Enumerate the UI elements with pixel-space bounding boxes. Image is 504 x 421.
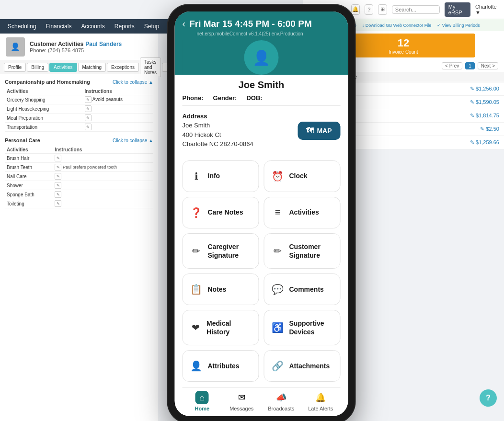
- edit-icon[interactable]: ✎: [85, 105, 92, 112]
- prev-button[interactable]: < Prev: [442, 62, 462, 69]
- menu-card-care-notes[interactable]: ❓ Care Notes: [183, 197, 259, 228]
- tab-profile[interactable]: Profile: [4, 63, 26, 72]
- collapse-companionship[interactable]: Click to collapse ▲: [113, 80, 153, 85]
- balance-amount[interactable]: ✎ $1,259.66: [470, 139, 499, 146]
- edit-icon[interactable]: ✎: [55, 173, 61, 180]
- messages-icon: ✉: [235, 391, 248, 404]
- menu-card-activities[interactable]: ≡ Activities: [264, 197, 341, 228]
- edit-icon[interactable]: ✎: [85, 114, 92, 121]
- map-button[interactable]: 🗺 MAP: [298, 122, 340, 140]
- address-city-state-zip: Charlotte NC 28270-0864: [183, 139, 253, 149]
- tab-activities[interactable]: Activities: [49, 63, 77, 72]
- table-row: Light Housekeeping ✎: [5, 104, 153, 114]
- menu-label-customer-signature: Customer Signature: [289, 242, 321, 260]
- link-download[interactable]: ↓ Download GB Web Connector File: [362, 23, 431, 28]
- nav-messages[interactable]: ✉ Messages: [222, 391, 262, 411]
- edit-icon[interactable]: ✎: [55, 155, 61, 161]
- menu-label-comments: Comments: [289, 285, 324, 294]
- bottom-nav: ⌂ Home ✉ Messages 📣 Broadcasts 🔔 Late Al…: [183, 387, 341, 416]
- menu-card-caregiver-signature[interactable]: ✏ Caregiver Signature: [183, 233, 259, 269]
- menu-label-attachments: Attachments: [289, 362, 330, 370]
- activities-icon: ≡: [271, 206, 285, 219]
- customer-name-link[interactable]: Paul Sanders: [85, 41, 122, 47]
- tab-matching[interactable]: Matching: [78, 63, 106, 72]
- edit-icon[interactable]: ✎: [55, 191, 61, 198]
- grid-icon[interactable]: ⊞: [378, 4, 387, 15]
- balance-amount[interactable]: ✎ $1,256.00: [470, 86, 499, 92]
- clock-icon: ⏰: [271, 170, 285, 183]
- menu-label-attributes: Attributes: [208, 362, 240, 370]
- table-row: Nail Care ✎: [5, 172, 153, 181]
- next-button[interactable]: Next >: [478, 62, 498, 69]
- activity-grocery: Grocery Shopping: [5, 95, 83, 104]
- edit-icon[interactable]: ✎: [55, 164, 61, 171]
- menu-card-info[interactable]: ℹ Info: [183, 160, 259, 192]
- avatar-wave: 👤: [183, 40, 341, 75]
- tabs-bar: Profile Billing Activities Matching Exce…: [0, 60, 158, 74]
- nav-late-alerts-label: Late Alerts: [308, 406, 333, 411]
- menu-card-medical-history[interactable]: ❤ Medical History: [183, 310, 259, 345]
- menu-card-attributes[interactable]: 👤 Attributes: [183, 350, 259, 382]
- menu-label-caregiver-signature: Caregiver Signature: [208, 242, 239, 260]
- section-companionship-title: Companionship and Homemaking: [5, 79, 90, 85]
- col-instructions-2: Instructions: [53, 146, 153, 154]
- menu-label-info: Info: [208, 171, 220, 180]
- activities-content: Companionship and Homemaking Click to co…: [0, 74, 158, 421]
- header-datetime: Fri Mar 15 4:45 PM - 6:00 PM: [189, 19, 340, 29]
- menu-label-notes: Notes: [208, 285, 227, 294]
- table-row: Toileting ✎: [5, 199, 153, 208]
- help-button[interactable]: ?: [480, 389, 497, 407]
- nav-home[interactable]: ⌂ Home: [183, 391, 222, 411]
- balance-amount[interactable]: ✎ $1,814.75: [470, 113, 499, 119]
- link-billing-periods[interactable]: ✓ View Billing Periods: [437, 23, 480, 28]
- edit-icon[interactable]: ✎: [55, 182, 61, 189]
- search-input[interactable]: [392, 5, 440, 14]
- nav-reports[interactable]: Reports: [115, 23, 135, 30]
- menu-card-clock[interactable]: ⏰ Clock: [264, 160, 341, 192]
- medical-history-icon: ❤: [190, 321, 202, 334]
- address-section: Address Joe Smith 400 Hickok Ct Charlott…: [183, 105, 341, 156]
- nav-late-alerts[interactable]: 🔔 Late Alerts: [301, 391, 341, 411]
- my-ersp-button[interactable]: My eRSP: [445, 2, 470, 17]
- page-1-button[interactable]: 1: [465, 62, 475, 69]
- tab-billing[interactable]: Billing: [27, 63, 48, 72]
- nav-scheduling[interactable]: Scheduling: [8, 23, 36, 30]
- info-icon: ℹ: [190, 170, 203, 183]
- nav-financials[interactable]: Financials: [46, 23, 71, 30]
- table-row: Grocery Shopping ✎ Avoid peanuts: [5, 95, 153, 104]
- caregiver-signature-icon: ✏: [190, 244, 203, 258]
- activity-transportation: Transportation: [5, 123, 83, 132]
- location-selector[interactable]: Charlotte ▼: [475, 4, 498, 15]
- phone-outer: ‹ Fri Mar 15 4:45 PM - 6:00 PM net.ersp.…: [168, 5, 355, 421]
- menu-card-attachments[interactable]: 🔗 Attachments: [264, 350, 341, 382]
- tab-exceptions[interactable]: Exceptions: [107, 63, 139, 72]
- menu-card-notes[interactable]: 📋 Notes: [183, 273, 259, 305]
- address-label: Address: [183, 113, 253, 120]
- customer-name-display: Joe Smith: [183, 75, 341, 94]
- menu-card-customer-signature[interactable]: ✏ Customer Signature: [264, 233, 341, 269]
- edit-icon[interactable]: ✎: [85, 96, 92, 103]
- late-alerts-icon: 🔔: [314, 391, 327, 404]
- help-icon[interactable]: ?: [365, 4, 373, 15]
- col-instructions: Instructions: [83, 88, 153, 95]
- section-companionship-header: Companionship and Homemaking Click to co…: [5, 79, 153, 85]
- back-arrow-button[interactable]: ‹: [183, 18, 186, 29]
- balance-amount[interactable]: ✎ $2.50: [480, 126, 499, 132]
- nav-accounts[interactable]: Accounts: [81, 23, 104, 30]
- nav-setup[interactable]: Setup: [144, 23, 159, 30]
- notes-icon: 📋: [190, 283, 203, 296]
- menu-card-comments[interactable]: 💬 Comments: [264, 273, 341, 305]
- balance-amount[interactable]: ✎ $1,590.05: [470, 99, 499, 105]
- edit-icon[interactable]: ✎: [55, 200, 61, 207]
- customer-phone: Phone: (704) 576-4875: [30, 47, 122, 53]
- section-personal-care-title: Personal Care: [5, 137, 40, 143]
- header-version: net.ersp.mobileConnect v6.1.4(25) env.Pr…: [183, 31, 341, 36]
- nav-broadcasts[interactable]: 📣 Broadcasts: [262, 391, 301, 411]
- comments-icon: 💬: [271, 283, 285, 296]
- menu-label-medical-history: Medical History: [206, 319, 252, 336]
- menu-card-supportive-devices[interactable]: ♿ Supportive Devices: [264, 310, 341, 345]
- collapse-personal-care[interactable]: Click to collapse ▲: [113, 138, 153, 143]
- edit-icon[interactable]: ✎: [85, 124, 92, 130]
- home-icon: ⌂: [195, 391, 209, 404]
- nav-broadcasts-label: Broadcasts: [268, 406, 294, 411]
